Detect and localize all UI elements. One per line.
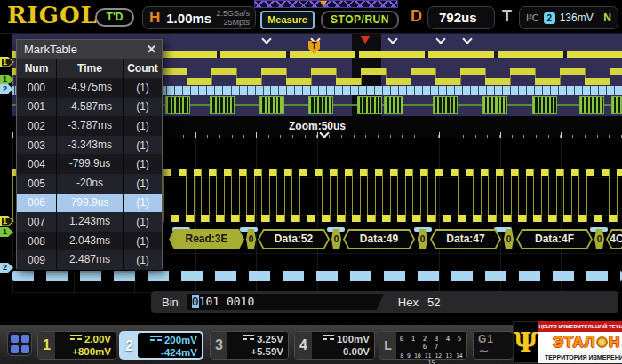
channel3-box[interactable]: 3 3.25V +5.59V	[210, 331, 289, 360]
watermark-top-text: ЦЕНТР ИЗМЕРИТЕЛЬНОЙ ТЕХНИКИ	[538, 321, 622, 332]
table-row[interactable]: 005-20ns(1)	[17, 174, 162, 194]
close-icon[interactable]: ✕	[147, 40, 156, 59]
decode-text: 0	[246, 229, 256, 249]
decode-bubble-data: Data:49	[343, 229, 415, 249]
trigger-type: I²C	[526, 12, 539, 23]
table-row[interactable]: 003-3.343ms(1)	[17, 136, 162, 155]
generator1-box[interactable]: G1 ∼	[473, 331, 514, 360]
bin-cursor: 0	[192, 295, 199, 308]
channel4-box[interactable]: 4 100mV 0.00V	[294, 331, 375, 360]
decode-text: Data:47	[430, 229, 501, 249]
dc-coupling-icon	[243, 335, 254, 341]
channel3-offset: +5.59V	[229, 346, 283, 359]
bin-label: Bin	[162, 296, 179, 309]
decode-burst	[579, 96, 604, 114]
channel2-number: 2	[121, 333, 138, 358]
marker-number: 1	[0, 57, 14, 67]
horizontal-timebase-box[interactable]: H 1.00ms 2.5GSa/s 25Mpts	[142, 6, 256, 29]
decode-bubble-ack: 0	[594, 229, 604, 249]
decode-burst	[259, 96, 284, 114]
dc-coupling-icon	[70, 335, 82, 341]
logic-channels-8-15: 8 9 10 11 12 13 14 15	[396, 352, 466, 364]
channel1-box[interactable]: 1 2.00V +800mV	[37, 331, 116, 360]
cell-count: (1)	[124, 254, 162, 266]
top-status-bar: RIGOL T'D H 1.00ms 2.5GSa/s 25Mpts Measu…	[0, 0, 622, 34]
channel1-number: 1	[38, 332, 55, 359]
memory-depth: 25Mpts	[216, 18, 250, 27]
decode-burst	[165, 96, 190, 114]
bin-hex-readout-bar: Bin 0101 0010 Hex 52	[151, 291, 618, 313]
cell-count: (1)	[124, 216, 162, 228]
decode-bubble-data: Data:47	[430, 229, 501, 249]
table-row[interactable]: 0092.487ms(1)	[17, 250, 162, 270]
trigger-info-box[interactable]: I²C 2 136mV N	[519, 6, 618, 29]
decode-bubble-data: 4C	[606, 229, 622, 249]
trigger-mode: N	[603, 12, 611, 24]
cell-num: 004	[17, 158, 56, 170]
ch2-zoom-position-marker[interactable]: 2	[0, 263, 13, 273]
logic-channels-0-7: 0 1 2 3 4 5 6 7	[396, 335, 466, 351]
watermark-name-right: Н	[609, 334, 620, 352]
dc-coupling-icon	[323, 335, 334, 341]
decode-text: 4C	[606, 229, 622, 249]
cell-count: (1)	[124, 235, 162, 248]
marktable-titlebar[interactable]: MarkTable ✕	[17, 40, 162, 59]
cell-num: 007	[17, 216, 56, 228]
menu-grid-button[interactable]	[7, 331, 32, 356]
table-row[interactable]: 004-799.9us(1)	[17, 154, 162, 174]
cell-time: 2.043ms	[56, 232, 124, 251]
cell-time: -799.9us	[56, 154, 124, 174]
measure-button[interactable]: Measure	[260, 11, 315, 29]
table-row[interactable]: 0071.243ms(1)	[17, 212, 162, 232]
marktable-header-row: Num Time Count	[17, 59, 162, 78]
selected-mark-icon	[360, 36, 371, 44]
decode-burst	[308, 96, 333, 114]
ch1-position-marker[interactable]: 1	[0, 57, 14, 67]
cell-count: (1)	[124, 82, 162, 94]
cell-time: 2.487ms	[56, 250, 124, 270]
column-count: Count	[124, 62, 162, 75]
ch1-zoom-position-marker[interactable]: 1	[0, 216, 14, 226]
cell-time: 1.243ms	[56, 212, 124, 232]
ch2-data-trace	[12, 271, 622, 281]
h-label: H	[143, 9, 166, 27]
logic-label: L	[379, 332, 396, 359]
channel2-scale: 200mV	[164, 335, 197, 345]
decode-burst	[532, 96, 557, 114]
decode-burst	[384, 96, 403, 114]
table-row[interactable]: 000-4.975ms(1)	[17, 78, 162, 98]
channel2-box-selected[interactable]: 2 200mV -424mV	[119, 331, 203, 360]
table-row[interactable]: 001-4.587ms(1)	[17, 98, 162, 117]
zigzag-position-mark	[320, 1, 327, 7]
sine-wave-icon: ∼	[478, 345, 508, 356]
ch2-position-marker[interactable]: 2	[0, 84, 13, 94]
cell-time: -3.787ms	[56, 116, 124, 136]
grid-square	[11, 345, 19, 353]
hex-label: Hex	[398, 296, 419, 309]
delay-value-box[interactable]: 792us	[427, 6, 495, 29]
dc-coupling-icon	[150, 336, 162, 342]
table-row-selected[interactable]: 006799.9us(1)	[17, 194, 162, 213]
table-row[interactable]: 0082.043ms(1)	[17, 232, 162, 251]
trigger-label: T	[502, 7, 512, 26]
bus1-position-marker[interactable]: 1	[0, 75, 13, 84]
decode-bubble-data: Data:4F	[516, 229, 593, 249]
rigol-logo: RIGOL	[7, 2, 98, 28]
stop-run-button[interactable]: STOP/RUN	[321, 11, 399, 29]
decode-burst	[357, 96, 382, 114]
cell-num: 002	[17, 120, 56, 132]
bin-value-field[interactable]: 0101 0010	[187, 294, 384, 310]
cell-num: 009	[17, 254, 56, 266]
logo-glyph: Ψ	[514, 329, 538, 356]
logic-channels-box[interactable]: L 0 1 2 3 4 5 6 7 8 9 10 11 12 13 14 15	[379, 331, 467, 360]
etalon-watermark: Ψ ЦЕНТР ИЗМЕРИТЕЛЬНОЙ ТЕХНИКИ ЭТАЛ Н ТЕР…	[513, 321, 621, 363]
decode-bubble-data: Data:52	[258, 229, 330, 249]
emblem-icon	[596, 336, 608, 348]
cell-num: 000	[17, 82, 56, 94]
sample-rate: 2.5GSa/s	[216, 9, 250, 18]
decode-bubble-ack: 0	[331, 229, 341, 249]
marktable-popup: MarkTable ✕ Num Time Count 000-4.975ms(1…	[16, 39, 163, 269]
table-row[interactable]: 002-3.787ms(1)	[17, 116, 162, 136]
decode-burst	[433, 96, 458, 114]
decode-bubble-read: Read:3E	[169, 229, 244, 249]
